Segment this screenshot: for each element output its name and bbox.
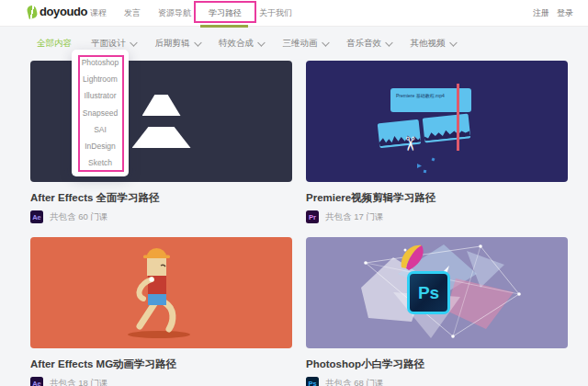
main-nav: 课程 发言 资源导航 学习路径 关于我们	[90, 0, 292, 26]
course-count: 共包含 17 门课	[325, 211, 383, 223]
chevron-down-icon	[194, 39, 201, 46]
triangle-shape-small	[142, 95, 181, 116]
filter-label: 特效合成	[219, 38, 254, 50]
course-card-ae-mg[interactable]: After Effects MG动画学习路径 Ae 共包含 18 门课	[30, 237, 292, 386]
card-meta: Ae 共包含 18 门课	[30, 377, 292, 386]
card-title: After Effects 全面学习路径	[30, 191, 292, 205]
filter-label: 音乐音效	[346, 38, 381, 50]
filter-label: 三维动画	[283, 38, 318, 50]
header: doyoudo 课程 发言 资源导航 学习路径 关于我们 注册 登录	[0, 0, 588, 27]
sparkle-shape	[432, 158, 435, 162]
dropdown-item-lightroom[interactable]: Lightroom	[72, 71, 129, 87]
course-count: 共包含 18 门课	[50, 378, 107, 386]
login-link[interactable]: 登录	[557, 7, 573, 19]
clip-filename-label: Premiere 基础教程.mp4	[396, 93, 445, 98]
ps-badge-icon: Ps	[306, 377, 319, 386]
video-clip-bar: Premiere 基础教程.mp4	[390, 88, 471, 112]
course-count: 共包含 60 门课	[50, 211, 107, 223]
filter-graphic-design[interactable]: 平面设计	[91, 38, 136, 50]
nav-item-posts[interactable]: 发言	[124, 7, 141, 19]
sparkle-shape	[417, 164, 422, 168]
dropdown-item-indesign[interactable]: InDesign	[72, 138, 129, 154]
dropdown-item-sai[interactable]: SAI	[72, 121, 129, 138]
dropdown-item-sketch[interactable]: Sketch	[72, 154, 129, 171]
chevron-down-icon	[258, 39, 266, 46]
nav-item-label: 学习路径	[209, 8, 242, 17]
dropdown-item-photoshop[interactable]: Photoshop	[72, 54, 129, 71]
card-meta: Pr 共包含 17 门课	[306, 210, 568, 223]
card-title: After Effects MG动画学习路径	[30, 358, 292, 371]
filter-all-content[interactable]: 全部内容	[37, 38, 72, 50]
graphic-design-dropdown: Photoshop Lightroom Illustrator Snapseed…	[72, 50, 129, 176]
filter-vfx-compositing[interactable]: 特效合成	[219, 38, 264, 50]
nav-item-courses[interactable]: 课程	[90, 7, 107, 19]
ae-badge-icon: Ae	[30, 210, 43, 223]
card-meta: Ae 共包含 60 门课	[30, 210, 292, 223]
active-tab-underline	[200, 25, 248, 28]
logo-text: doyoudo	[40, 5, 87, 18]
filter-label: 后期剪辑	[155, 38, 190, 50]
course-card-premiere[interactable]: Premiere 基础教程.mp4 ✂ Premiere视频剪辑学习路径 Pr …	[306, 61, 568, 223]
playhead-line	[457, 84, 459, 151]
waveform-clip-right	[423, 113, 471, 142]
page: doyoudo 课程 发言 资源导航 学习路径 关于我们 注册 登录 全部内容 …	[0, 0, 588, 386]
walking-character-graphic	[30, 237, 292, 348]
chevron-down-icon	[322, 39, 329, 46]
filter-label: 平面设计	[91, 38, 126, 50]
dropdown-item-illustrator[interactable]: Illustrator	[72, 87, 129, 104]
auth-links: 注册 登录	[533, 0, 573, 26]
card-thumbnail-photoshop: Ps	[306, 237, 568, 348]
card-meta: Ps 共包含 68 门课	[306, 377, 568, 386]
card-title: Premiere视频剪辑学习路径	[306, 191, 568, 205]
card-title: Photoshop小白学习路径	[306, 358, 568, 371]
triangle-shape-large	[132, 127, 191, 148]
logo[interactable]: doyoudo	[28, 5, 87, 18]
category-filter-bar: 全部内容 平面设计 后期剪辑 特效合成 三维动画 音乐音效 其他视频	[37, 38, 455, 50]
filter-label: 其他视频	[411, 38, 446, 50]
filter-other-videos[interactable]: 其他视频	[411, 38, 456, 50]
chevron-down-icon	[449, 39, 457, 46]
course-count: 共包含 68 门课	[325, 378, 383, 386]
register-link[interactable]: 注册	[533, 7, 549, 19]
course-card-photoshop[interactable]: Ps Photoshop小白学习路径 Ps 共包含 68 门课	[306, 237, 568, 386]
card-thumbnail-mg-animation	[30, 237, 292, 348]
filter-music-sound[interactable]: 音乐音效	[346, 38, 391, 50]
filter-3d-animation[interactable]: 三维动画	[283, 38, 328, 50]
waveform-graphic	[424, 125, 470, 141]
chevron-down-icon	[130, 39, 138, 46]
dropdown-item-snapseed[interactable]: Snapseed	[72, 105, 129, 121]
logo-leaf-icon	[26, 4, 38, 18]
photoshop-logo-icon: Ps	[407, 271, 450, 314]
filter-video-editing[interactable]: 后期剪辑	[155, 38, 200, 50]
pr-badge-icon: Pr	[306, 210, 319, 223]
nav-item-learning-paths[interactable]: 学习路径	[209, 7, 242, 19]
chevron-down-icon	[386, 39, 393, 46]
card-thumbnail-premiere: Premiere 基础教程.mp4 ✂	[306, 61, 568, 182]
scissors-icon: ✂	[400, 136, 419, 153]
card-thumbnail-ae	[30, 61, 292, 182]
sparkle-shape	[424, 170, 426, 173]
course-card-ae-full[interactable]: After Effects 全面学习路径 Ae 共包含 60 门课	[30, 61, 292, 223]
ae-badge-icon: Ae	[30, 377, 43, 386]
nav-item-about[interactable]: 关于我们	[259, 7, 292, 19]
nav-item-resources[interactable]: 资源导航	[158, 7, 191, 19]
